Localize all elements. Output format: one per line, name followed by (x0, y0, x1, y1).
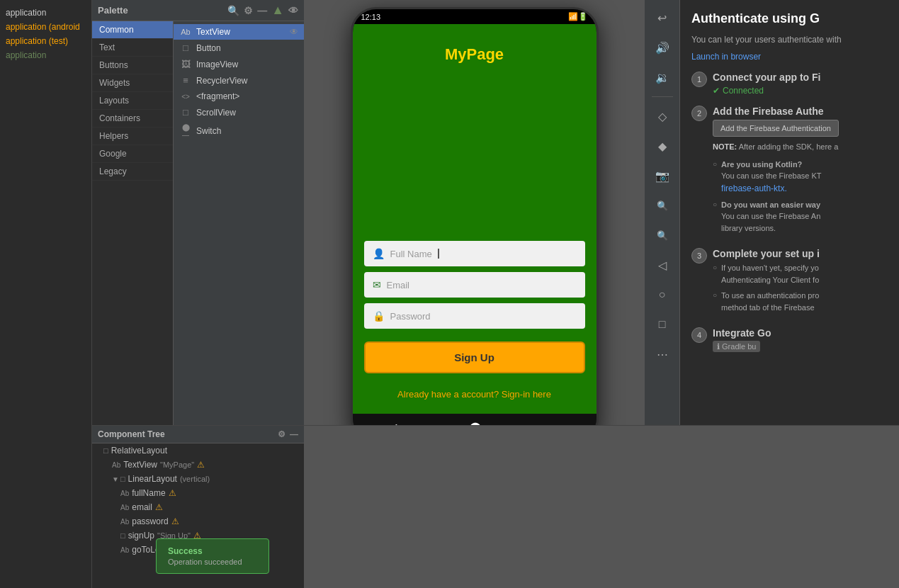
step-3-sub-1: ○ If you haven't yet, specify yo Authent… (713, 262, 888, 285)
toolbar-back-button[interactable]: ↩ (650, 6, 674, 30)
project-item-green[interactable]: application (0, 48, 91, 62)
palette-item-button[interactable]: □ Button (174, 40, 304, 56)
tree-fullname[interactable]: Ab fullName ⚠ (92, 486, 304, 500)
toolbar-volume-high-button[interactable]: 🔊 (650, 35, 674, 60)
fullname-tree-label: fullName (132, 488, 165, 498)
palette-category-common[interactable]: Common (92, 21, 173, 39)
toolbar-volume-low-button[interactable]: 🔉 (650, 65, 674, 89)
note-bold: NOTE: (713, 142, 737, 151)
fullname-icon: 👤 (373, 248, 385, 259)
email-placeholder: Email (387, 280, 410, 290)
palette-panel: Palette 🔍 ⚙ — ▲ 👁 Common Text Buttons Wi… (92, 0, 305, 425)
password-warning: ⚠ (171, 516, 179, 526)
signup-tree-label: signUp (128, 531, 154, 541)
firebase-auth-ktx-link[interactable]: firebase-auth-ktx. (721, 183, 787, 193)
success-title: Success (168, 546, 257, 556)
toolbar-shape2-button[interactable]: ◆ (650, 134, 674, 158)
comp-tree-minimize-icon[interactable]: — (290, 429, 298, 439)
palette-item-imageview[interactable]: 🖼 ImageView (174, 56, 304, 72)
tree-password[interactable]: Ab password ⚠ (92, 514, 304, 528)
fullname-warning: ⚠ (169, 488, 176, 498)
palette-android-icon[interactable]: ▲ (271, 3, 284, 18)
toolbar-square-button[interactable]: □ (650, 312, 674, 337)
button-label: Button (196, 43, 221, 53)
sub-4-text: To use an authentication pro method tab … (721, 290, 819, 313)
project-item-app[interactable]: application (0, 6, 91, 20)
bullet-3: ○ (713, 264, 717, 271)
phone-input-group: 👤 Full Name ✉ Email 🔒 Password (364, 241, 585, 400)
step-2-circle: 2 (691, 106, 707, 121)
scrollview-label: ScrollView (196, 108, 236, 118)
palette-category-helpers[interactable]: Helpers (92, 128, 173, 145)
phone-screen: MyPage 👤 Full Name ✉ Email (353, 24, 596, 414)
palette-item-switch[interactable]: ⬤— Switch (174, 120, 304, 142)
nav-square-button[interactable]: ■ (553, 422, 560, 426)
toolbar-zoom-in-button[interactable]: 🔍 (650, 193, 674, 217)
toolbar-arrow-back-button[interactable]: ◁ (650, 253, 674, 277)
phone-input-fullname[interactable]: 👤 Full Name (364, 241, 585, 266)
note-text: After adding the SDK, here a (739, 142, 839, 151)
library-versions-text: library versions. (721, 224, 776, 232)
palette-category-widgets[interactable]: Widgets (92, 74, 173, 92)
phone-signin-link[interactable]: Already have a account? Sign-in here (364, 389, 585, 400)
step-1-title: Connect your app to Fi (713, 72, 888, 83)
nav-home-button[interactable]: ⬤ (469, 421, 482, 425)
palette-category-legacy[interactable]: Legacy (92, 163, 173, 181)
phone-navbar: ◀ ⬤ ■ (353, 414, 596, 425)
palette-category-containers[interactable]: Containers (92, 110, 173, 128)
linearlayout-icon: □ (120, 475, 125, 483)
password-placeholder: Password (390, 311, 431, 322)
palette-category-google[interactable]: Google (92, 145, 173, 163)
palette-body: Common Text Buttons Widgets Layouts Cont… (92, 21, 304, 425)
palette-category-layouts[interactable]: Layouts (92, 92, 173, 110)
tree-relativelayout[interactable]: □ RelativeLayout (92, 443, 304, 458)
cursor (438, 249, 439, 259)
textview-mypage-icon: Ab (112, 461, 120, 469)
preview-icon: 👁 (290, 27, 298, 37)
toolbar-more-button[interactable]: ⋯ (650, 342, 674, 366)
palette-search-icon[interactable]: 🔍 (227, 5, 239, 16)
toolbar-circle-button[interactable]: ○ (650, 283, 674, 307)
step-2-note: NOTE: After adding the SDK, here a (713, 141, 888, 153)
textview-icon: Ab (179, 28, 192, 36)
phone-input-password[interactable]: 🔒 Password (364, 303, 585, 329)
scrollview-icon: □ (179, 107, 192, 118)
step-2-sub-1: ○ Are you using Kotlin? You can use the … (713, 159, 888, 195)
nav-back-button[interactable]: ◀ (388, 421, 397, 425)
palette-item-recyclerview[interactable]: ≡ RecyclerView (174, 72, 304, 89)
fragment-icon: <> (179, 93, 192, 101)
step-4: 4 Integrate Go ℹ Gradle bu (691, 327, 888, 351)
toolbar-camera-button[interactable]: 📷 (650, 164, 674, 188)
success-toast: Success Operation succeeded (156, 538, 269, 574)
step-1-content: Connect your app to Fi ✔ Connected (713, 72, 888, 96)
add-firebase-auth-button[interactable]: Add the Firebase Authentication (713, 120, 839, 137)
phone-signup-button[interactable]: Sign Up (364, 341, 585, 373)
toolbar-zoom-out-button[interactable]: 🔍 (650, 223, 674, 247)
palette-item-scrollview[interactable]: □ ScrollView (174, 104, 304, 120)
fragment-label: <fragment> (196, 91, 239, 101)
palette-category-text[interactable]: Text (92, 39, 173, 57)
tree-textview-mypage[interactable]: Ab TextView "MyPage" ⚠ (92, 458, 304, 472)
comp-tree-gear-icon[interactable]: ⚙ (278, 429, 285, 439)
palette-eye-icon[interactable]: 👁 (288, 5, 298, 16)
palette-item-fragment[interactable]: <> <fragment> (174, 89, 304, 104)
component-tree-header: Component Tree ⚙ — (92, 426, 304, 443)
project-item-test[interactable]: application (test) (0, 34, 91, 48)
palette-category-buttons[interactable]: Buttons (92, 57, 173, 74)
toolbar-shape1-button[interactable]: ◇ (650, 104, 674, 128)
tree-email[interactable]: Ab email ⚠ (92, 500, 304, 514)
project-item-android[interactable]: application (android (0, 20, 91, 34)
launch-in-browser-link[interactable]: Launch in browser (691, 52, 761, 62)
step-2-title: Add the Firebase Authe (713, 106, 888, 117)
tree-linearlayout[interactable]: ▼ □ LinearLayout (vertical) (92, 472, 304, 486)
step-4-title: Integrate Go (713, 327, 888, 339)
app-android-label: application (android (6, 22, 80, 32)
gotologin-tree-icon: Ab (120, 546, 129, 554)
palette-gear-icon[interactable]: ⚙ (244, 5, 253, 16)
bullet-4: ○ (713, 291, 717, 299)
switch-label: Switch (196, 126, 221, 136)
phone-input-email[interactable]: ✉ Email (364, 272, 585, 298)
left-panel: application application (android applica… (0, 0, 92, 588)
palette-minimize-icon[interactable]: — (257, 5, 267, 16)
palette-item-textview[interactable]: Ab TextView 👁 (174, 24, 304, 40)
